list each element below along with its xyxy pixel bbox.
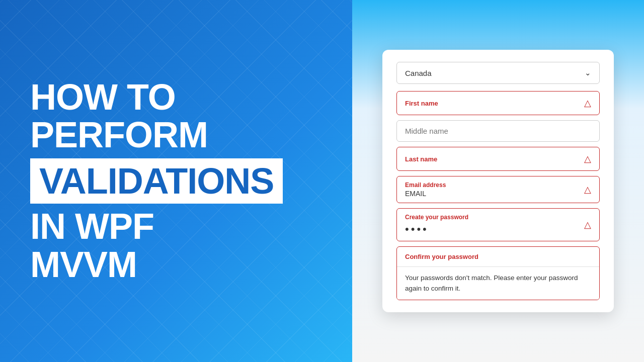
chevron-down-icon: ⌄ <box>585 68 591 77</box>
country-value: Canada <box>405 69 432 77</box>
last-name-label: Last name <box>405 155 579 163</box>
middle-name-input[interactable] <box>405 127 591 135</box>
email-inner: Email address EMAIL <box>405 182 579 198</box>
create-password-field[interactable]: Create your password •••• △ <box>396 208 600 241</box>
hero-line4: MVVM <box>30 246 283 284</box>
last-name-field[interactable]: Last name △ <box>396 147 600 171</box>
form-card: Canada ⌄ First name △ Last name △ Email … <box>382 50 614 312</box>
email-label: Email address <box>405 182 579 189</box>
right-panel: Canada ⌄ First name △ Last name △ Email … <box>352 0 644 362</box>
hero-highlight-box: VALIDATIONS <box>30 158 283 204</box>
create-password-inner: Create your password •••• <box>405 214 579 236</box>
first-name-label: First name <box>405 100 579 107</box>
last-name-warning-icon: △ <box>584 153 591 164</box>
hero-line2: PERFORM <box>30 116 283 154</box>
hero-line3: IN WPF <box>30 208 283 246</box>
first-name-warning-icon: △ <box>584 98 591 109</box>
confirm-password-label: Confirm your password <box>405 253 478 260</box>
email-field[interactable]: Email address EMAIL △ <box>396 176 600 203</box>
left-panel: HOW TO PERFORM VALIDATIONS IN WPF MVVM <box>0 0 352 362</box>
first-name-field[interactable]: First name △ <box>396 91 600 115</box>
middle-name-field[interactable] <box>396 120 600 142</box>
hero-line1: HOW TO <box>30 78 283 117</box>
hero-highlight-text: VALIDATIONS <box>39 161 274 201</box>
first-name-inner: First name <box>405 100 579 107</box>
email-value: EMAIL <box>405 190 579 198</box>
create-password-label: Create your password <box>405 214 579 221</box>
confirm-password-error-message: Your passwords don't match. Please enter… <box>397 266 599 300</box>
confirm-password-top: Confirm your password <box>397 247 599 266</box>
create-password-warning-icon: △ <box>584 219 591 230</box>
last-name-inner: Last name <box>405 155 579 163</box>
country-dropdown[interactable]: Canada ⌄ <box>396 62 600 84</box>
hero-text: HOW TO PERFORM VALIDATIONS IN WPF MVVM <box>30 78 283 284</box>
create-password-dots: •••• <box>405 223 579 236</box>
confirm-password-field[interactable]: Confirm your password Your passwords don… <box>396 246 600 300</box>
email-warning-icon: △ <box>584 184 591 195</box>
